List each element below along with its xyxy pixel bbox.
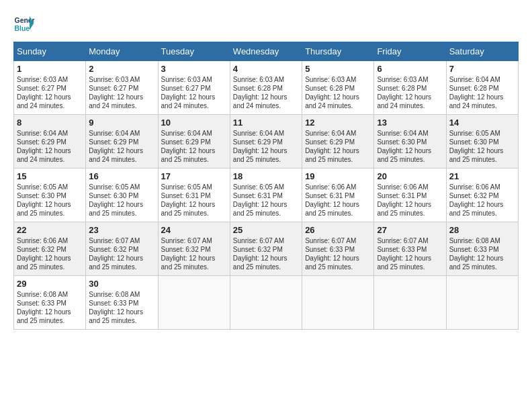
day-number: 30 — [89, 279, 154, 289]
daylight-label: Daylight: 12 hours and 25 minutes. — [449, 255, 504, 271]
daylight-label: Daylight: 12 hours and 24 minutes. — [377, 93, 431, 109]
day-number: 20 — [377, 171, 443, 181]
day-number: 5 — [305, 64, 371, 74]
daylight-label: Daylight: 12 hours and 24 minutes. — [89, 147, 143, 163]
day-info: Sunrise: 6:04 AM Sunset: 6:29 PM Dayligh… — [233, 129, 299, 164]
sunset-label: Sunset: 6:29 PM — [17, 138, 66, 146]
sunset-label: Sunset: 6:31 PM — [233, 192, 283, 199]
calendar-cell: 14 Sunrise: 6:05 AM Sunset: 6:30 PM Dayl… — [446, 115, 518, 169]
sunrise-label: Sunrise: 6:08 AM — [17, 291, 68, 298]
day-number: 27 — [377, 225, 443, 235]
svg-text:Blue: Blue — [15, 25, 30, 32]
calendar-cell: 19 Sunrise: 6:06 AM Sunset: 6:31 PM Dayl… — [302, 169, 374, 222]
calendar-cell: 20 Sunrise: 6:06 AM Sunset: 6:31 PM Dayl… — [374, 169, 446, 222]
daylight-label: Daylight: 12 hours and 25 minutes. — [161, 255, 216, 271]
day-info: Sunrise: 6:03 AM Sunset: 6:28 PM Dayligh… — [377, 75, 443, 110]
day-info: Sunrise: 6:07 AM Sunset: 6:32 PM Dayligh… — [89, 236, 154, 271]
calendar-cell: 10 Sunrise: 6:04 AM Sunset: 6:29 PM Dayl… — [158, 115, 230, 169]
sunset-label: Sunset: 6:31 PM — [377, 192, 427, 199]
sunrise-label: Sunrise: 6:06 AM — [449, 183, 500, 191]
day-info: Sunrise: 6:06 AM Sunset: 6:31 PM Dayligh… — [305, 183, 371, 218]
day-info: Sunrise: 6:05 AM Sunset: 6:30 PM Dayligh… — [17, 183, 83, 218]
daylight-label: Daylight: 12 hours and 25 minutes. — [233, 147, 287, 163]
calendar-cell: 3 Sunrise: 6:03 AM Sunset: 6:27 PM Dayli… — [158, 61, 230, 115]
sunrise-label: Sunrise: 6:05 AM — [233, 183, 284, 191]
sunrise-label: Sunrise: 6:03 AM — [233, 76, 284, 83]
daylight-label: Daylight: 12 hours and 24 minutes. — [305, 93, 359, 109]
calendar-week-3: 15 Sunrise: 6:05 AM Sunset: 6:30 PM Dayl… — [14, 169, 519, 222]
calendar-week-5: 29 Sunrise: 6:08 AM Sunset: 6:33 PM Dayl… — [14, 276, 519, 330]
calendar-cell: 5 Sunrise: 6:03 AM Sunset: 6:28 PM Dayli… — [302, 61, 374, 115]
day-number: 23 — [89, 225, 154, 235]
daylight-label: Daylight: 12 hours and 25 minutes. — [305, 255, 359, 271]
sunset-label: Sunset: 6:31 PM — [305, 192, 355, 199]
day-info: Sunrise: 6:05 AM Sunset: 6:30 PM Dayligh… — [449, 129, 515, 164]
logo-icon: General Blue — [13, 13, 35, 35]
day-info: Sunrise: 6:04 AM Sunset: 6:29 PM Dayligh… — [161, 129, 227, 164]
day-number: 17 — [161, 171, 227, 181]
sunset-label: Sunset: 6:30 PM — [89, 192, 138, 199]
sunrise-label: Sunrise: 6:07 AM — [161, 237, 212, 244]
calendar-cell: 12 Sunrise: 6:04 AM Sunset: 6:29 PM Dayl… — [302, 115, 374, 169]
sunset-label: Sunset: 6:29 PM — [89, 138, 138, 146]
day-info: Sunrise: 6:03 AM Sunset: 6:27 PM Dayligh… — [17, 75, 83, 110]
day-info: Sunrise: 6:04 AM Sunset: 6:29 PM Dayligh… — [17, 129, 83, 164]
day-info: Sunrise: 6:04 AM Sunset: 6:29 PM Dayligh… — [89, 129, 154, 164]
sunrise-label: Sunrise: 6:05 AM — [89, 183, 140, 191]
sunrise-label: Sunrise: 6:04 AM — [89, 130, 140, 137]
sunset-label: Sunset: 6:27 PM — [161, 85, 211, 92]
calendar-cell: 17 Sunrise: 6:05 AM Sunset: 6:31 PM Dayl… — [158, 169, 230, 222]
daylight-label: Daylight: 12 hours and 24 minutes. — [161, 93, 216, 109]
sunrise-label: Sunrise: 6:04 AM — [305, 130, 356, 137]
day-info: Sunrise: 6:08 AM Sunset: 6:33 PM Dayligh… — [449, 236, 515, 271]
calendar-cell — [230, 276, 302, 330]
day-number: 9 — [89, 118, 154, 128]
sunrise-label: Sunrise: 6:06 AM — [305, 183, 356, 191]
calendar-cell: 8 Sunrise: 6:04 AM Sunset: 6:29 PM Dayli… — [14, 115, 86, 169]
sunset-label: Sunset: 6:30 PM — [17, 192, 66, 199]
sunrise-label: Sunrise: 6:06 AM — [17, 237, 68, 244]
sunset-label: Sunset: 6:29 PM — [233, 138, 283, 146]
sunrise-label: Sunrise: 6:07 AM — [233, 237, 284, 244]
daylight-label: Daylight: 12 hours and 25 minutes. — [233, 201, 287, 217]
daylight-label: Daylight: 12 hours and 25 minutes. — [449, 201, 504, 217]
sunset-label: Sunset: 6:32 PM — [17, 246, 66, 253]
calendar-cell — [374, 276, 446, 330]
calendar-cell: 11 Sunrise: 6:04 AM Sunset: 6:29 PM Dayl… — [230, 115, 302, 169]
sunset-label: Sunset: 6:33 PM — [377, 246, 427, 253]
daylight-label: Daylight: 12 hours and 25 minutes. — [89, 255, 143, 271]
day-info: Sunrise: 6:04 AM Sunset: 6:28 PM Dayligh… — [449, 75, 515, 110]
sunrise-label: Sunrise: 6:04 AM — [377, 130, 428, 137]
day-number: 7 — [449, 64, 515, 74]
day-info: Sunrise: 6:06 AM Sunset: 6:32 PM Dayligh… — [449, 183, 515, 218]
day-info: Sunrise: 6:07 AM Sunset: 6:33 PM Dayligh… — [377, 236, 443, 271]
day-number: 16 — [89, 171, 154, 181]
calendar-cell: 18 Sunrise: 6:05 AM Sunset: 6:31 PM Dayl… — [230, 169, 302, 222]
day-info: Sunrise: 6:05 AM Sunset: 6:31 PM Dayligh… — [233, 183, 299, 218]
sunset-label: Sunset: 6:29 PM — [161, 138, 211, 146]
day-info: Sunrise: 6:03 AM Sunset: 6:28 PM Dayligh… — [305, 75, 371, 110]
sunrise-label: Sunrise: 6:06 AM — [377, 183, 428, 191]
calendar-cell: 23 Sunrise: 6:07 AM Sunset: 6:32 PM Dayl… — [86, 222, 158, 276]
calendar-cell — [446, 276, 518, 330]
logo: General Blue — [13, 13, 35, 35]
daylight-label: Daylight: 12 hours and 25 minutes. — [305, 201, 359, 217]
day-number: 26 — [305, 225, 371, 235]
sunrise-label: Sunrise: 6:03 AM — [161, 76, 212, 83]
sunrise-label: Sunrise: 6:07 AM — [305, 237, 356, 244]
calendar-cell: 26 Sunrise: 6:07 AM Sunset: 6:33 PM Dayl… — [302, 222, 374, 276]
calendar-cell: 30 Sunrise: 6:08 AM Sunset: 6:33 PM Dayl… — [86, 276, 158, 330]
sunrise-label: Sunrise: 6:04 AM — [17, 130, 68, 137]
day-number: 12 — [305, 118, 371, 128]
sunset-label: Sunset: 6:28 PM — [305, 85, 355, 92]
day-info: Sunrise: 6:08 AM Sunset: 6:33 PM Dayligh… — [17, 290, 83, 325]
day-info: Sunrise: 6:04 AM Sunset: 6:30 PM Dayligh… — [377, 129, 443, 164]
daylight-label: Daylight: 12 hours and 25 minutes. — [89, 308, 143, 324]
daylight-label: Daylight: 12 hours and 25 minutes. — [449, 147, 504, 163]
daylight-label: Daylight: 12 hours and 25 minutes. — [17, 255, 71, 271]
daylight-label: Daylight: 12 hours and 25 minutes. — [161, 201, 216, 217]
daylight-label: Daylight: 12 hours and 25 minutes. — [161, 147, 216, 163]
calendar-header-row: SundayMondayTuesdayWednesdayThursdayFrid… — [14, 42, 519, 61]
daylight-label: Daylight: 12 hours and 24 minutes. — [449, 93, 504, 109]
sunset-label: Sunset: 6:30 PM — [377, 138, 427, 146]
